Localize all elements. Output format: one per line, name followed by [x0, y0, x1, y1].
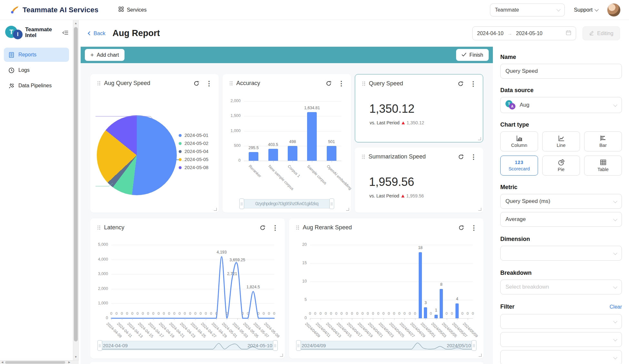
legend-item[interactable]: 2024-05-08	[179, 165, 208, 170]
scrollbar-thumb[interactable]	[5, 361, 65, 364]
resize-handle-icon[interactable]	[478, 208, 481, 211]
services-menu[interactable]: Services	[118, 6, 146, 13]
kebab-menu-icon[interactable]: ⋮	[471, 225, 477, 231]
chart-title: Summarization Speed	[369, 153, 426, 160]
scroll-right-icon[interactable]: ▶	[68, 360, 70, 364]
scroll-up-icon[interactable]: ▲	[73, 22, 78, 25]
bar	[288, 146, 297, 161]
chart-type-column[interactable]: Column	[500, 131, 538, 151]
slider-handle[interactable]: ||	[329, 198, 334, 209]
resize-handle-icon[interactable]	[346, 208, 349, 211]
chart-type-line[interactable]: Line	[542, 131, 580, 151]
zero-value-label: 0	[215, 311, 217, 315]
drag-handle-icon[interactable]	[362, 81, 365, 86]
chart-title: Aug Query Speed	[104, 80, 150, 87]
date-range-picker[interactable]: 2024-04-10 → 2024-05-10	[472, 26, 576, 40]
back-button[interactable]: Back	[88, 30, 105, 36]
y-axis-tick-label: 1,000	[91, 301, 108, 305]
refresh-icon[interactable]	[194, 81, 199, 86]
drag-handle-icon[interactable]	[296, 225, 299, 230]
slider-handle[interactable]: ||	[273, 340, 278, 351]
slider-handle[interactable]: ||	[97, 340, 102, 351]
user-avatar[interactable]	[607, 3, 621, 17]
scroll-down-icon[interactable]: ▼	[73, 355, 78, 359]
legend-item[interactable]: 2024-05-01	[179, 133, 208, 138]
delta-up-icon	[401, 195, 404, 197]
resize-handle-icon[interactable]	[478, 137, 481, 140]
sidebar-item-logs[interactable]: Logs	[4, 63, 69, 77]
slider-handle[interactable]: ||	[296, 340, 301, 351]
refresh-icon[interactable]	[326, 81, 332, 86]
refresh-icon[interactable]	[458, 225, 464, 231]
metric-select[interactable]: Query Speed (ms)	[500, 194, 622, 209]
kebab-menu-icon[interactable]: ⋮	[338, 80, 344, 87]
editing-button[interactable]: Editing	[583, 26, 620, 40]
metric-label: Metric	[500, 184, 622, 191]
data-source-select[interactable]: T A Aug	[500, 97, 622, 113]
sidebar-item-reports[interactable]: Reports	[4, 48, 69, 62]
chart-type-table[interactable]: Table	[584, 156, 622, 176]
legend-item[interactable]: 2024-05-04	[179, 149, 208, 154]
refresh-icon[interactable]	[260, 225, 265, 231]
scroll-left-icon[interactable]: ◀	[1, 360, 3, 364]
scrollbar-thumb[interactable]	[74, 27, 78, 341]
workspace-select[interactable]: Teammate	[490, 4, 565, 16]
date-end[interactable]: 2024-05-10	[516, 31, 543, 36]
latency-plot: 01,0002,0003,0004,0005,00000000000000000…	[111, 245, 274, 318]
refresh-icon[interactable]	[458, 81, 464, 87]
chart-type-pie[interactable]: Pie	[542, 156, 580, 176]
y-axis-tick-label: 4,000	[91, 257, 108, 262]
drag-handle-icon[interactable]	[97, 225, 100, 230]
chart-type-label: Chart type	[500, 121, 622, 128]
latency-brush-slider[interactable]: || 2024-04-09 2024-05-10 ||	[99, 341, 276, 350]
add-chart-button[interactable]: + Add chart	[85, 49, 125, 61]
legend-item[interactable]: 2024-05-05	[179, 157, 208, 162]
rerank-brush-slider[interactable]: || 2024/04/09 2024/05/10 ||	[298, 341, 474, 350]
slider-handle[interactable]: ||	[239, 198, 244, 209]
chart-card-summarization-speed[interactable]: Summarization Speed ⋮ 1,959.56 vs. Last …	[355, 148, 483, 213]
zero-value-label: 0	[393, 311, 395, 315]
resize-handle-icon[interactable]	[214, 208, 217, 211]
point-value-label: 1,824.5	[246, 285, 260, 289]
horizontal-scrollbar[interactable]: ◀ ▶	[0, 360, 79, 364]
name-input[interactable]	[500, 64, 622, 79]
chart-type-bar[interactable]: Bar	[584, 131, 622, 151]
aggregation-select[interactable]: Average	[500, 212, 622, 227]
chart-card-latency[interactable]: Latency ⋮ 01,0002,0003,0004,0005,0000000…	[90, 218, 285, 359]
chart-card-query-speed[interactable]: Query Speed ⋮ 1,350.12 vs. Last Period 1…	[355, 74, 483, 142]
kebab-menu-icon[interactable]: ⋮	[470, 81, 476, 87]
resize-handle-icon[interactable]	[479, 354, 482, 357]
clear-filter-link[interactable]: Clear	[610, 304, 622, 310]
filter-select-2[interactable]	[500, 332, 622, 347]
scorecard-value: 1,350.12	[369, 102, 414, 116]
breakdown-placeholder: Select breakdown	[505, 284, 549, 290]
chart-card-aug-query-speed[interactable]: Aug Query Speed ⋮ ... 2024	[90, 74, 219, 213]
chart-type-scorecard[interactable]: 123Scorecard	[500, 156, 538, 176]
date-start[interactable]: 2024-04-10	[477, 31, 504, 36]
refresh-icon[interactable]	[458, 154, 464, 160]
finish-button[interactable]: Finish	[456, 49, 489, 61]
support-menu[interactable]: Support	[574, 7, 598, 13]
zero-value-label: 0	[367, 311, 369, 315]
dimension-select[interactable]	[500, 246, 622, 261]
kebab-menu-icon[interactable]: ⋮	[206, 80, 212, 87]
drag-handle-icon[interactable]	[230, 81, 233, 86]
legend-item[interactable]: 2024-05-02	[179, 141, 208, 146]
drag-handle-icon[interactable]	[97, 81, 100, 86]
sidebar-item-data-pipelines[interactable]: Data Pipelines	[4, 79, 69, 93]
menu-fold-icon[interactable]	[62, 30, 68, 35]
filter-select-3[interactable]	[500, 350, 622, 364]
resize-handle-icon[interactable]	[280, 354, 283, 357]
filter-select-1[interactable]	[500, 314, 622, 329]
breakdown-select[interactable]: Select breakdown	[500, 280, 622, 294]
vertical-scrollbar[interactable]: ▲ ▼	[73, 20, 79, 360]
chart-card-aug-rerank-speed[interactable]: Aug Rerank Speed ⋮ 051015200000000000000…	[289, 218, 484, 359]
slider-handle[interactable]: ||	[472, 340, 476, 351]
chart-card-accuracy[interactable]: Accuracy ⋮ 05001,0001,5002,000295.5Reran…	[223, 74, 351, 213]
drag-handle-icon[interactable]	[362, 155, 365, 159]
kebab-menu-icon[interactable]: ⋮	[470, 154, 477, 160]
kebab-menu-icon[interactable]: ⋮	[272, 225, 278, 231]
brand-logo[interactable]: Teammate AI Services	[10, 5, 98, 15]
accuracy-brush-slider[interactable]: || 0zyqhpdego7t3g9Shz0fvx01gkfzkq ||	[241, 199, 332, 208]
pie-chart[interactable]	[97, 115, 177, 195]
